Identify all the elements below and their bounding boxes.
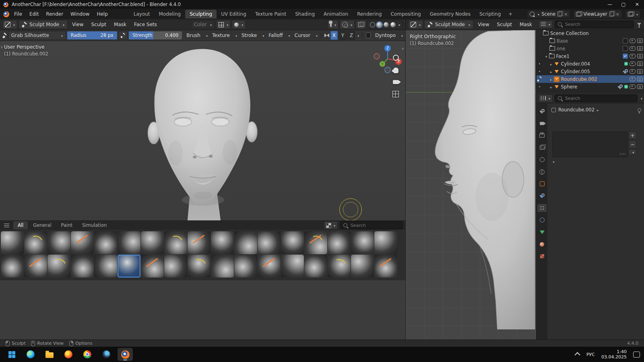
tab-scene[interactable]	[537, 156, 547, 164]
outliner-search[interactable]	[555, 21, 634, 28]
menu-edit[interactable]: Edit	[26, 10, 42, 18]
taskbar-edge[interactable]	[23, 348, 38, 361]
taskbar-firefox[interactable]	[61, 348, 76, 361]
hide-eye-icon[interactable]	[630, 77, 636, 81]
brush-thumbnail[interactable]	[94, 255, 117, 278]
chevron-down-icon[interactable]	[400, 33, 403, 38]
tab-output[interactable]	[537, 132, 547, 140]
disable-render-icon[interactable]	[637, 62, 643, 66]
brush-thumbnail[interactable]	[47, 231, 70, 254]
tab-particles[interactable]	[537, 204, 547, 212]
chevron-down-icon[interactable]	[261, 33, 264, 38]
workspace-tab-sculpting[interactable]: Sculpting	[185, 10, 217, 19]
notification-icon[interactable]	[633, 352, 640, 358]
taskbar-chrome[interactable]	[80, 348, 95, 361]
menu-view[interactable]: View	[475, 21, 492, 29]
shelf-search[interactable]	[340, 221, 403, 229]
resize-grip[interactable]	[619, 153, 626, 155]
brush-thumbnail[interactable]	[118, 255, 140, 278]
chevron-down-icon[interactable]	[640, 95, 642, 101]
workspace-tab-uv-editing[interactable]: UV Editing	[217, 10, 251, 19]
camera-view-icon[interactable]	[393, 80, 399, 84]
shelf-tab-all[interactable]: All	[13, 221, 28, 229]
properties-search[interactable]	[555, 95, 638, 102]
brush-thumbnail[interactable]	[328, 255, 351, 278]
radius-slider[interactable]: Radius 28 px	[67, 31, 117, 39]
outliner-row-base[interactable]: Base	[537, 37, 644, 45]
brush-thumbnail[interactable]	[351, 255, 374, 278]
symmetry-y-button[interactable]: Y	[339, 31, 347, 40]
exclude-checkbox[interactable]	[623, 46, 628, 51]
taskbar-explorer[interactable]	[42, 348, 57, 361]
overlays-toggle[interactable]	[340, 20, 355, 29]
panel-cursor[interactable]: Cursor	[291, 31, 314, 39]
brush-thumbnail[interactable]	[164, 231, 187, 254]
blender-menu-icon[interactable]	[3, 11, 9, 17]
disable-render-icon[interactable]	[637, 54, 643, 58]
tab-render[interactable]	[537, 119, 547, 128]
chevron-down-icon[interactable]	[356, 33, 359, 38]
brush-thumbnail[interactable]	[211, 231, 234, 254]
menu-help[interactable]: Help	[93, 10, 111, 18]
display-size-button[interactable]	[324, 221, 338, 229]
menu-view[interactable]: View	[69, 21, 87, 29]
workspace-tab-texture-paint[interactable]: Texture Paint	[251, 10, 291, 19]
brush-selector[interactable]: Grab Silhouette	[8, 31, 66, 40]
collapsed-panel-chevron[interactable]	[553, 160, 555, 164]
menu-sculpt[interactable]: Sculpt	[88, 21, 109, 29]
dyntopo-panel[interactable]: Dyntopo	[372, 31, 399, 39]
brush-thumbnail[interactable]	[281, 231, 304, 254]
toolbar-expand-chevron[interactable]: ›	[1, 44, 3, 50]
outliner-row-face1[interactable]: Face1	[537, 52, 644, 60]
chevron-down-icon[interactable]	[315, 33, 318, 38]
workspace-tab-modeling[interactable]: Modeling	[155, 10, 186, 19]
tab-material[interactable]	[537, 240, 547, 248]
brush-thumbnail[interactable]	[258, 231, 281, 254]
expand-icon[interactable]	[550, 76, 552, 82]
properties-search-input[interactable]	[564, 95, 634, 101]
outliner-row-scene-collection[interactable]: Scene Collection	[537, 29, 644, 37]
outliner-row-one[interactable]: one	[537, 45, 644, 52]
menu-sculpt[interactable]: Sculpt	[494, 21, 515, 29]
symmetry-z-button[interactable]: Z	[348, 31, 355, 40]
editor-type-button[interactable]	[539, 21, 553, 28]
hide-eye-icon[interactable]	[630, 69, 636, 74]
wireframe-shading-icon[interactable]	[370, 22, 375, 27]
pan-hand-icon[interactable]	[393, 68, 398, 73]
brush-thumbnail[interactable]	[47, 255, 70, 278]
panel-falloff[interactable]: Falloff	[265, 31, 286, 39]
workspace-tab-shading[interactable]: Shading	[291, 10, 319, 19]
editor-type-button[interactable]	[539, 95, 553, 102]
filter-icon[interactable]	[637, 23, 641, 25]
brush-thumbnail[interactable]	[1, 255, 24, 278]
chevron-down-icon[interactable]	[205, 33, 208, 38]
brush-thumbnail[interactable]	[24, 231, 47, 254]
brush-thumbnail[interactable]	[164, 255, 187, 278]
brush-thumbnail[interactable]	[234, 231, 257, 254]
chevron-down-icon[interactable]	[397, 22, 400, 27]
hide-eye-icon[interactable]	[630, 39, 636, 43]
menu-mask[interactable]: Mask	[111, 21, 130, 29]
chevron-down-icon[interactable]	[234, 33, 237, 38]
menu-file[interactable]: File	[10, 10, 26, 18]
brush-thumbnail[interactable]	[188, 231, 211, 254]
outliner-row-sphere[interactable]: Sphere	[537, 83, 644, 90]
outliner-row-cylinder-004[interactable]: Cylinder.004	[537, 60, 644, 68]
zoom-icon[interactable]	[393, 55, 399, 61]
brush-thumbnail[interactable]	[304, 231, 327, 254]
tray-expand-icon[interactable]	[574, 352, 580, 358]
hide-eye-icon[interactable]	[630, 62, 636, 66]
material-shading-icon[interactable]	[384, 22, 389, 27]
active-brush-icon[interactable]	[2, 33, 7, 38]
specials-menu-button[interactable]	[629, 149, 636, 155]
brush-thumbnail[interactable]	[351, 231, 374, 254]
brush-thumbnail[interactable]	[71, 231, 94, 254]
viewlayer-selector[interactable]: ViewLayer ×	[573, 10, 622, 19]
sphere-display-button[interactable]	[232, 20, 246, 29]
remove-viewlayer-icon[interactable]: ×	[616, 12, 619, 17]
chevron-down-icon[interactable]	[287, 33, 290, 38]
gizmo-toggle[interactable]	[328, 20, 339, 29]
workspace-tab-scripting[interactable]: Scripting	[475, 10, 505, 19]
workspace-tab-layout[interactable]: Layout	[129, 10, 155, 19]
mode-selector[interactable]: Sculpt Mode	[424, 20, 473, 29]
